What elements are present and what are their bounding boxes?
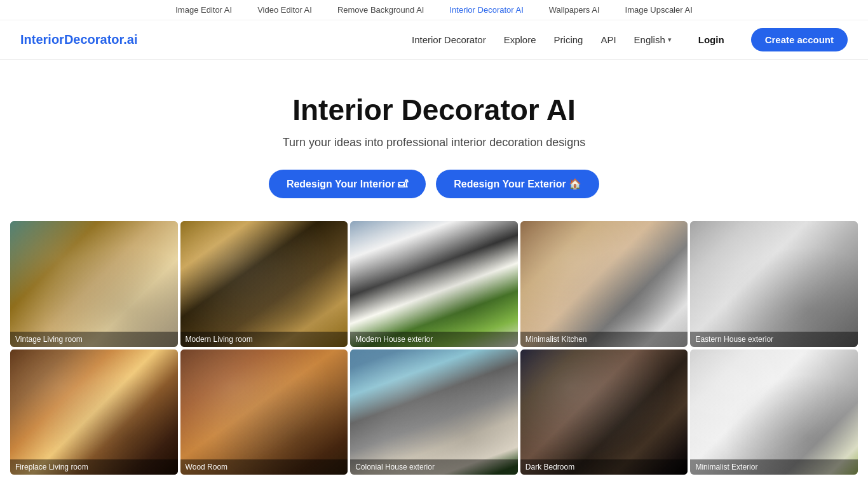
gallery-item[interactable]: Eastern House exterior [690, 221, 858, 347]
topbar-link-image-upscaler-ai[interactable]: Image Upscaler AI [625, 5, 693, 15]
gallery-item[interactable]: Colonial House exterior [350, 349, 518, 475]
nav-item-explore[interactable]: Explore [504, 34, 536, 45]
gallery-item[interactable]: Dark Bedroom [520, 349, 688, 475]
gallery-item[interactable]: Modern Living room [180, 221, 348, 347]
gallery-item[interactable]: Minimalist Exterior [690, 349, 858, 475]
redesign-interior-button[interactable]: Redesign Your Interior 🛋 [269, 170, 426, 198]
gallery-grid: Vintage Living roomModern Living roomMod… [0, 221, 868, 485]
gallery-item-label: Fireplace Living room [10, 459, 178, 475]
gallery-item-label: Minimalist Kitchen [520, 332, 688, 347]
gallery-item[interactable]: Minimalist Kitchen [520, 221, 688, 347]
hero-title: Interior Decorator AI [13, 93, 855, 127]
nav-item-interior-decorator[interactable]: Interior Decorator [412, 34, 486, 45]
gallery-item-label: Eastern House exterior [690, 332, 858, 347]
gallery-item-label: Vintage Living room [10, 332, 178, 347]
gallery-item-label: Minimalist Exterior [690, 459, 858, 475]
top-bar: Image Editor AIVideo Editor AIRemove Bac… [0, 0, 868, 20]
gallery-item-label: Colonial House exterior [350, 459, 518, 475]
nav-item-api[interactable]: API [600, 34, 616, 45]
gallery-item[interactable]: Wood Room [180, 349, 348, 475]
login-button[interactable]: Login [689, 29, 733, 50]
hero-section: Interior Decorator AI Turn your ideas in… [0, 60, 868, 221]
language-label: English [634, 34, 665, 45]
chevron-down-icon: ▾ [668, 36, 672, 44]
redesign-exterior-button[interactable]: Redesign Your Exterior 🏠 [436, 170, 599, 198]
gallery-item-label: Wood Room [180, 459, 348, 475]
topbar-link-video-editor-ai[interactable]: Video Editor AI [257, 5, 312, 15]
nav-item-pricing[interactable]: Pricing [554, 34, 583, 45]
topbar-link-remove-background-ai[interactable]: Remove Background AI [337, 5, 424, 15]
topbar-link-wallpapers-ai[interactable]: Wallpapers AI [549, 5, 600, 15]
create-account-button[interactable]: Create account [751, 28, 848, 51]
gallery-item[interactable]: Modern House exterior [350, 221, 518, 347]
gallery-item[interactable]: Fireplace Living room [10, 349, 178, 475]
hero-buttons: Redesign Your Interior 🛋 Redesign Your E… [13, 170, 855, 198]
main-nav: InteriorDecorator.ai Interior Decorator … [0, 20, 868, 60]
topbar-link-image-editor-ai[interactable]: Image Editor AI [175, 5, 232, 15]
gallery-item-label: Dark Bedroom [520, 459, 688, 475]
logo[interactable]: InteriorDecorator.ai [20, 32, 138, 47]
nav-links: Interior Decorator Explore Pricing API E… [412, 28, 848, 51]
gallery-item-label: Modern House exterior [350, 332, 518, 347]
gallery-item-label: Modern Living room [180, 332, 348, 347]
topbar-link-interior-decorator-ai[interactable]: Interior Decorator AI [449, 5, 523, 15]
language-selector[interactable]: English ▾ [634, 34, 672, 45]
gallery-item[interactable]: Vintage Living room [10, 221, 178, 347]
hero-subtitle: Turn your ideas into professional interi… [13, 136, 855, 149]
